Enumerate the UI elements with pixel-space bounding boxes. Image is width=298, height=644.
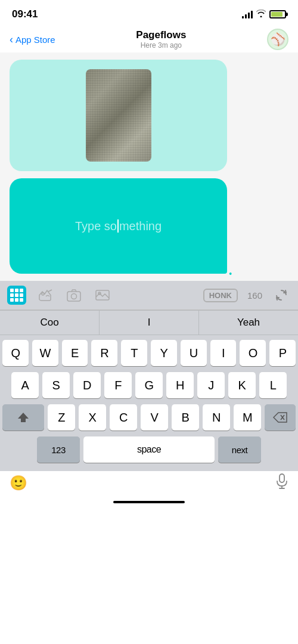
backspace-icon <box>273 412 287 423</box>
key-w[interactable]: W <box>32 340 58 366</box>
svg-rect-2 <box>67 292 80 301</box>
key-z[interactable]: Z <box>48 404 75 431</box>
svg-rect-8 <box>280 474 284 482</box>
key-k[interactable]: K <box>228 372 256 398</box>
shift-key[interactable] <box>2 404 44 431</box>
status-bar: 09:41 <box>0 0 298 26</box>
key-n[interactable]: N <box>203 404 230 431</box>
autocomplete-item-3[interactable]: Yeah <box>199 311 298 335</box>
home-bar <box>0 497 298 508</box>
key-i[interactable]: I <box>210 340 237 366</box>
text-bubble[interactable]: Type something <box>10 178 227 274</box>
status-time: 09:41 <box>12 8 38 20</box>
key-x[interactable]: X <box>79 404 106 431</box>
key-j[interactable]: J <box>197 372 225 398</box>
wifi-icon <box>256 10 266 19</box>
autocomplete-bar: Coo I Yeah <box>0 310 298 335</box>
signal-bars-icon <box>242 10 253 18</box>
key-q[interactable]: Q <box>2 340 29 366</box>
home-indicator <box>113 501 185 503</box>
placeholder-text-before: Type so <box>75 219 117 233</box>
key-c[interactable]: C <box>110 404 137 431</box>
key-u[interactable]: U <box>181 340 207 366</box>
keyboard-row-3: Z X C V B N M <box>2 404 296 431</box>
key-r[interactable]: R <box>91 340 117 366</box>
numbers-key[interactable]: 123 <box>37 436 80 463</box>
cursor-icon <box>117 219 119 233</box>
key-h[interactable]: H <box>166 372 194 398</box>
photo-button[interactable] <box>93 286 112 305</box>
space-key[interactable]: space <box>83 436 215 463</box>
image-bubble <box>10 60 227 171</box>
back-label: App Store <box>15 35 55 45</box>
nav-subtitle: Here 3m ago <box>55 41 267 49</box>
sticker-button[interactable] <box>36 286 55 305</box>
type-placeholder: Type something <box>75 219 162 233</box>
back-chevron-icon: ‹ <box>10 33 13 46</box>
svg-line-1 <box>48 290 52 292</box>
camera-button[interactable] <box>64 286 83 305</box>
key-t[interactable]: T <box>121 340 147 366</box>
status-icons <box>242 10 286 19</box>
key-a[interactable]: A <box>11 372 39 398</box>
grid-icon <box>10 289 23 302</box>
toolbar: HONK 160 <box>0 281 298 310</box>
key-m[interactable]: M <box>234 404 261 431</box>
battery-icon <box>269 10 286 18</box>
autocomplete-item-1[interactable]: Coo <box>0 311 100 335</box>
microphone-icon <box>275 473 288 489</box>
key-y[interactable]: Y <box>151 340 177 366</box>
bubble-image <box>86 69 151 162</box>
key-f[interactable]: F <box>104 372 132 398</box>
grid-button[interactable] <box>7 286 26 305</box>
keyboard-row-1: Q W E R T Y U I O P <box>2 340 296 366</box>
chat-area: Type something <box>0 52 298 281</box>
backspace-key[interactable] <box>265 404 296 431</box>
emoji-key[interactable]: 🙂 <box>10 475 27 491</box>
keyboard-row-2: A S D F G H J K L <box>2 372 296 398</box>
keyboard: Q W E R T Y U I O P A S D F G H J K L Z … <box>0 335 298 471</box>
key-d[interactable]: D <box>73 372 101 398</box>
char-count: 160 <box>247 290 262 301</box>
key-o[interactable]: O <box>240 340 266 366</box>
key-b[interactable]: B <box>172 404 199 431</box>
sticker-icon <box>38 289 53 302</box>
mic-key[interactable] <box>275 473 288 493</box>
refresh-icon <box>275 289 288 302</box>
key-e[interactable]: E <box>62 340 88 366</box>
autocomplete-item-2[interactable]: I <box>100 311 199 335</box>
back-button[interactable]: ‹ App Store <box>10 33 55 46</box>
page-title: Pageflows <box>55 29 267 41</box>
key-l[interactable]: L <box>259 372 287 398</box>
key-g[interactable]: G <box>135 372 163 398</box>
key-p[interactable]: P <box>269 340 296 366</box>
photo-icon <box>95 289 110 302</box>
honk-button[interactable]: HONK <box>203 289 238 302</box>
avatar[interactable]: ⚾ <box>267 29 288 50</box>
svg-point-3 <box>72 294 77 299</box>
next-key[interactable]: next <box>218 436 261 463</box>
refresh-button[interactable] <box>272 286 291 305</box>
svg-point-0 <box>42 293 44 295</box>
camera-icon <box>66 289 82 302</box>
shift-icon <box>17 411 30 424</box>
key-v[interactable]: V <box>141 404 168 431</box>
avatar-emoji: ⚾ <box>271 32 285 47</box>
bottom-row: 🙂 <box>0 471 298 497</box>
keyboard-row-4: 123 space next <box>2 436 296 463</box>
key-s[interactable]: S <box>42 372 70 398</box>
placeholder-text-after: mething <box>119 219 162 233</box>
nav-center: Pageflows Here 3m ago <box>55 29 267 49</box>
nav-bar: ‹ App Store Pageflows Here 3m ago ⚾ <box>0 26 298 52</box>
